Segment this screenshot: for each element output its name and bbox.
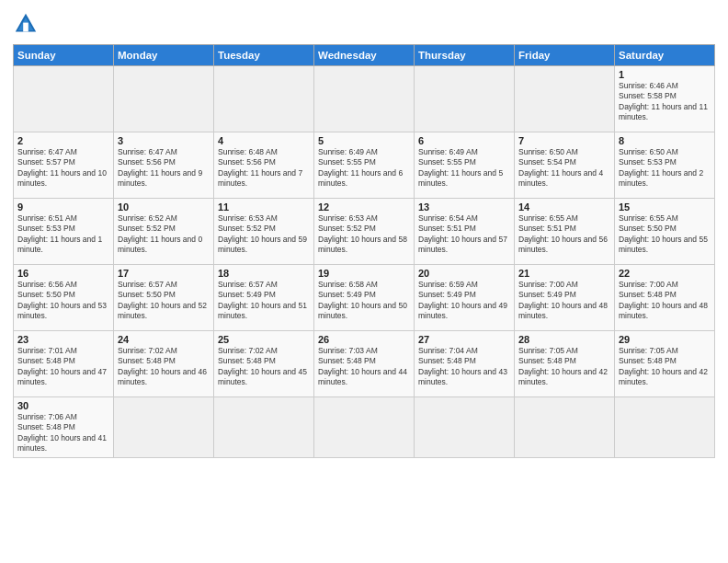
day-info: Sunrise: 6:57 AMSunset: 5:50 PMDaylight:… — [118, 280, 210, 322]
day-info: Sunrise: 6:53 AMSunset: 5:52 PMDaylight:… — [318, 213, 410, 256]
calendar-cell: 15Sunrise: 6:55 AMSunset: 5:50 PMDayligh… — [615, 199, 715, 265]
day-number: 29 — [619, 334, 711, 345]
day-number: 21 — [518, 268, 610, 279]
day-info: Sunrise: 7:06 AMSunset: 5:48 PMDaylight:… — [17, 412, 109, 454]
day-info: Sunrise: 6:56 AMSunset: 5:50 PMDaylight:… — [17, 280, 109, 322]
day-number: 7 — [518, 135, 610, 146]
day-info: Sunrise: 6:57 AMSunset: 5:49 PMDaylight:… — [218, 280, 310, 322]
day-number: 8 — [619, 135, 711, 146]
day-info: Sunrise: 6:54 AMSunset: 5:51 PMDaylight:… — [418, 213, 510, 256]
calendar-cell: 26Sunrise: 7:03 AMSunset: 5:48 PMDayligh… — [314, 331, 415, 397]
day-number: 4 — [218, 135, 310, 146]
calendar-cell: 20Sunrise: 6:59 AMSunset: 5:49 PMDayligh… — [415, 265, 515, 331]
day-info: Sunrise: 7:00 AMSunset: 5:48 PMDaylight:… — [619, 280, 711, 322]
day-info: Sunrise: 6:58 AMSunset: 5:49 PMDaylight:… — [318, 280, 410, 322]
calendar-cell: 17Sunrise: 6:57 AMSunset: 5:50 PMDayligh… — [114, 265, 214, 331]
calendar-cell — [214, 397, 314, 458]
day-info: Sunrise: 6:51 AMSunset: 5:53 PMDaylight:… — [17, 213, 109, 256]
day-number: 24 — [118, 334, 210, 345]
day-info: Sunrise: 7:03 AMSunset: 5:48 PMDaylight:… — [318, 346, 410, 388]
calendar-cell: 16Sunrise: 6:56 AMSunset: 5:50 PMDayligh… — [14, 265, 114, 331]
calendar-cell: 4Sunrise: 6:48 AMSunset: 5:56 PMDaylight… — [214, 132, 314, 199]
calendar-cell: 5Sunrise: 6:49 AMSunset: 5:55 PMDaylight… — [314, 132, 415, 199]
calendar-cell: 24Sunrise: 7:02 AMSunset: 5:48 PMDayligh… — [114, 331, 214, 397]
day-info: Sunrise: 6:52 AMSunset: 5:52 PMDaylight:… — [118, 213, 210, 256]
day-info: Sunrise: 6:46 AMSunset: 5:58 PMDaylight:… — [619, 81, 711, 123]
calendar-cell: 7Sunrise: 6:50 AMSunset: 5:54 PMDaylight… — [515, 132, 615, 199]
calendar-cell — [314, 66, 415, 132]
calendar-cell — [415, 397, 515, 458]
svg-rect-2 — [23, 23, 28, 32]
calendar-cell — [515, 397, 615, 458]
page: SundayMondayTuesdayWednesdayThursdayFrid… — [0, 0, 728, 563]
calendar-cell: 12Sunrise: 6:53 AMSunset: 5:52 PMDayligh… — [314, 199, 415, 265]
day-number: 30 — [17, 400, 109, 411]
day-number: 1 — [619, 69, 711, 80]
calendar-cell — [14, 66, 114, 132]
day-number: 13 — [418, 201, 510, 213]
calendar-cell: 14Sunrise: 6:55 AMSunset: 5:51 PMDayligh… — [515, 199, 615, 265]
week-row-4: 16Sunrise: 6:56 AMSunset: 5:50 PMDayligh… — [14, 265, 715, 331]
week-row-2: 2Sunrise: 6:47 AMSunset: 5:57 PMDaylight… — [14, 132, 715, 199]
calendar-cell: 9Sunrise: 6:51 AMSunset: 5:53 PMDaylight… — [14, 199, 114, 265]
day-number: 11 — [218, 201, 310, 213]
week-row-6: 30Sunrise: 7:06 AMSunset: 5:48 PMDayligh… — [14, 397, 715, 458]
day-info: Sunrise: 7:05 AMSunset: 5:48 PMDaylight:… — [518, 346, 610, 388]
calendar-cell: 19Sunrise: 6:58 AMSunset: 5:49 PMDayligh… — [314, 265, 415, 331]
calendar-cell: 21Sunrise: 7:00 AMSunset: 5:49 PMDayligh… — [515, 265, 615, 331]
day-number: 9 — [17, 201, 109, 213]
weekday-header-wednesday: Wednesday — [314, 45, 415, 66]
logo — [13, 11, 42, 37]
weekday-header-row: SundayMondayTuesdayWednesdayThursdayFrid… — [14, 45, 715, 66]
day-number: 26 — [318, 334, 410, 345]
day-number: 20 — [418, 268, 510, 279]
calendar-cell: 18Sunrise: 6:57 AMSunset: 5:49 PMDayligh… — [214, 265, 314, 331]
day-number: 12 — [318, 201, 410, 213]
day-number: 25 — [218, 334, 310, 345]
calendar-cell: 11Sunrise: 6:53 AMSunset: 5:52 PMDayligh… — [214, 199, 314, 265]
day-info: Sunrise: 6:55 AMSunset: 5:51 PMDaylight:… — [518, 213, 610, 256]
calendar-cell: 28Sunrise: 7:05 AMSunset: 5:48 PMDayligh… — [515, 331, 615, 397]
day-number: 15 — [619, 201, 711, 213]
weekday-header-monday: Monday — [114, 45, 214, 66]
calendar-cell: 10Sunrise: 6:52 AMSunset: 5:52 PMDayligh… — [114, 199, 214, 265]
day-info: Sunrise: 6:48 AMSunset: 5:56 PMDaylight:… — [218, 147, 310, 190]
calendar-cell — [114, 66, 214, 132]
calendar-cell: 22Sunrise: 7:00 AMSunset: 5:48 PMDayligh… — [615, 265, 715, 331]
calendar-cell: 25Sunrise: 7:02 AMSunset: 5:48 PMDayligh… — [214, 331, 314, 397]
weekday-header-sunday: Sunday — [14, 45, 114, 66]
day-number: 3 — [118, 135, 210, 146]
day-info: Sunrise: 6:53 AMSunset: 5:52 PMDaylight:… — [218, 213, 310, 256]
logo-icon — [13, 11, 39, 37]
day-number: 6 — [418, 135, 510, 146]
calendar-cell: 30Sunrise: 7:06 AMSunset: 5:48 PMDayligh… — [14, 397, 114, 458]
day-number: 17 — [118, 268, 210, 279]
calendar-cell: 29Sunrise: 7:05 AMSunset: 5:48 PMDayligh… — [615, 331, 715, 397]
day-number: 16 — [17, 268, 109, 279]
calendar-cell: 8Sunrise: 6:50 AMSunset: 5:53 PMDaylight… — [615, 132, 715, 199]
day-number: 22 — [619, 268, 711, 279]
day-info: Sunrise: 6:50 AMSunset: 5:54 PMDaylight:… — [518, 147, 610, 190]
calendar-cell: 2Sunrise: 6:47 AMSunset: 5:57 PMDaylight… — [14, 132, 114, 199]
calendar-cell — [515, 66, 615, 132]
calendar-cell — [314, 397, 415, 458]
calendar-cell: 3Sunrise: 6:47 AMSunset: 5:56 PMDaylight… — [114, 132, 214, 199]
calendar: SundayMondayTuesdayWednesdayThursdayFrid… — [13, 44, 715, 458]
day-info: Sunrise: 6:50 AMSunset: 5:53 PMDaylight:… — [619, 147, 711, 190]
day-info: Sunrise: 7:01 AMSunset: 5:48 PMDaylight:… — [17, 346, 109, 388]
day-number: 27 — [418, 334, 510, 345]
day-number: 5 — [318, 135, 410, 146]
day-number: 18 — [218, 268, 310, 279]
day-info: Sunrise: 7:00 AMSunset: 5:49 PMDaylight:… — [518, 280, 610, 322]
day-info: Sunrise: 6:47 AMSunset: 5:57 PMDaylight:… — [17, 147, 109, 190]
header — [13, 11, 715, 37]
weekday-header-thursday: Thursday — [415, 45, 515, 66]
day-info: Sunrise: 7:05 AMSunset: 5:48 PMDaylight:… — [619, 346, 711, 388]
calendar-cell — [214, 66, 314, 132]
day-info: Sunrise: 6:49 AMSunset: 5:55 PMDaylight:… — [418, 147, 510, 190]
calendar-cell: 1Sunrise: 6:46 AMSunset: 5:58 PMDaylight… — [615, 66, 715, 132]
calendar-cell — [615, 397, 715, 458]
calendar-cell: 6Sunrise: 6:49 AMSunset: 5:55 PMDaylight… — [415, 132, 515, 199]
calendar-cell: 27Sunrise: 7:04 AMSunset: 5:48 PMDayligh… — [415, 331, 515, 397]
day-number: 2 — [17, 135, 109, 146]
